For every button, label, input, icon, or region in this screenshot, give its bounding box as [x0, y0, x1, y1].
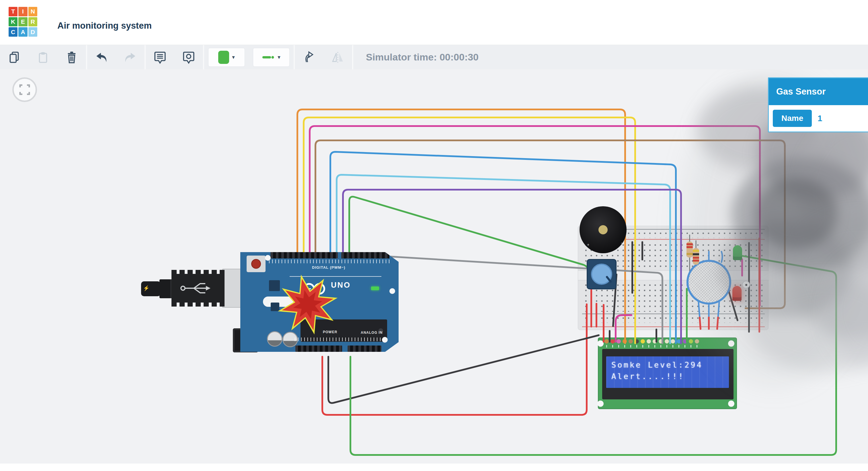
lcd-pin[interactable]: [611, 339, 615, 343]
breadboard-rail-holes: [583, 315, 764, 323]
label-button[interactable]: [178, 48, 199, 66]
label-icon: [182, 51, 195, 64]
lcd-pin-label: [624, 345, 625, 347]
lcd-pin-label: [642, 345, 643, 347]
resistor-band: [693, 257, 699, 259]
pin-labels: [269, 260, 390, 263]
piezo-buzzer[interactable]: + −: [580, 206, 626, 253]
lcd-pin-label: [630, 345, 631, 347]
undo-button[interactable]: [91, 48, 112, 66]
lcd-pin[interactable]: [653, 339, 657, 343]
logo-tile: K: [9, 17, 18, 27]
circuit-canvas[interactable]: Somke Level:294 Alert....!!! DIGITAL (PW…: [0, 69, 868, 471]
rotate-icon: [303, 51, 316, 64]
smoke-puff: [800, 120, 868, 269]
tinkercad-logo[interactable]: TINKERCAD: [9, 7, 37, 37]
logo-tile: R: [28, 17, 37, 27]
pin-labels: [295, 337, 384, 341]
name-field-value[interactable]: 1: [817, 114, 822, 123]
zoom-to-fit-button[interactable]: [12, 77, 37, 102]
potentiometer-knob[interactable]: [591, 264, 612, 285]
digital-pin-header[interactable]: [271, 252, 338, 259]
power-pin-header[interactable]: [296, 345, 342, 352]
led-green[interactable]: [733, 245, 742, 260]
resistor[interactable]: [693, 248, 699, 265]
logo-tile: N: [28, 7, 37, 16]
notes-icon: [153, 51, 166, 64]
resistor-band: [693, 260, 699, 262]
digital-pin-header[interactable]: [341, 252, 390, 259]
lcd-display-16x2[interactable]: Somke Level:294 Alert....!!!: [598, 337, 737, 409]
name-field-label: Name: [773, 110, 812, 127]
lcd-pin-label: [684, 345, 685, 347]
color-swatch-button[interactable]: ▾: [208, 48, 245, 67]
digital-label: DIGITAL (PWM~): [312, 265, 345, 270]
lcd-pin-header[interactable]: [598, 338, 738, 348]
lcd-pin-label: [636, 345, 637, 347]
lcd-pin[interactable]: [647, 339, 651, 343]
smoke-puff: [788, 215, 868, 338]
lcd-pin[interactable]: [617, 339, 621, 343]
lcd-pin[interactable]: [683, 339, 687, 343]
resistor-band: [686, 253, 693, 255]
resistor[interactable]: [686, 241, 693, 258]
logo-tile: D: [28, 27, 37, 37]
buzzer-hole: [598, 225, 608, 234]
lcd-pin-label: [678, 345, 679, 347]
rotate-button[interactable]: [299, 48, 319, 66]
lcd-pin-label: [660, 345, 661, 347]
lcd-pin[interactable]: [695, 339, 699, 343]
paste-button: [33, 48, 53, 66]
undo-icon: [95, 51, 108, 64]
design-title[interactable]: Air monitoring system: [57, 21, 152, 31]
led-indicator-dot: [742, 281, 750, 289]
reset-button-cap: [251, 259, 261, 269]
analog-pin-header[interactable]: [347, 345, 381, 352]
lcd-pin[interactable]: [604, 339, 609, 343]
knob-pointer: [606, 276, 612, 283]
lcd-pin[interactable]: [671, 339, 675, 343]
logo-tile: C: [9, 27, 18, 37]
fit-view-icon: [19, 84, 30, 95]
resistor-band: [693, 253, 699, 255]
breadboard-rail-line: [582, 326, 765, 327]
error-starburst-icon[interactable]: [276, 273, 339, 336]
lcd-pin[interactable]: [677, 339, 681, 343]
logo-tile: T: [9, 7, 18, 16]
lcd-pin[interactable]: [641, 339, 645, 343]
lcd-pin[interactable]: [665, 339, 669, 343]
trash-button[interactable]: [61, 48, 82, 66]
mirror-button: [328, 48, 348, 66]
lcd-pin[interactable]: [628, 339, 633, 343]
mount-hole: [265, 255, 271, 261]
lcd-mount-hole: [597, 401, 603, 407]
inspector-header: Gas Sensor: [769, 78, 868, 105]
potentiometer[interactable]: [587, 259, 617, 289]
lcd-pin[interactable]: [689, 339, 693, 343]
toolbar-separator: [352, 45, 353, 69]
trash-icon: [65, 51, 78, 64]
lcd-mount-hole: [728, 401, 734, 407]
copy-button[interactable]: [4, 48, 25, 66]
buzzer-plus: +: [587, 242, 589, 247]
logo-tile: I: [18, 7, 27, 16]
lcd-pin[interactable]: [634, 339, 639, 343]
notes-button[interactable]: [150, 48, 170, 66]
reset-button[interactable]: [247, 256, 266, 272]
redo-icon: [124, 51, 137, 64]
lcd-screen: Somke Level:294 Alert....!!!: [606, 357, 729, 388]
usb-plug[interactable]: [172, 270, 224, 307]
gas-sensor[interactable]: [686, 260, 731, 305]
lcd-pin-label: [648, 345, 649, 347]
lcd-pin-label: [606, 345, 607, 347]
lcd-text-line1: Somke Level:294: [611, 361, 703, 369]
copy-icon: [8, 51, 21, 64]
resistor-band: [686, 246, 693, 248]
lcd-pin[interactable]: [623, 339, 627, 343]
toolbar-group: [0, 45, 86, 69]
led-red[interactable]: [732, 286, 742, 301]
usb-cable-end[interactable]: [141, 281, 161, 296]
wire-style-button[interactable]: ▾: [253, 48, 290, 67]
toolbar: ▾▾Simulator time: 00:00:30: [0, 45, 868, 69]
lcd-pin[interactable]: [659, 339, 663, 343]
